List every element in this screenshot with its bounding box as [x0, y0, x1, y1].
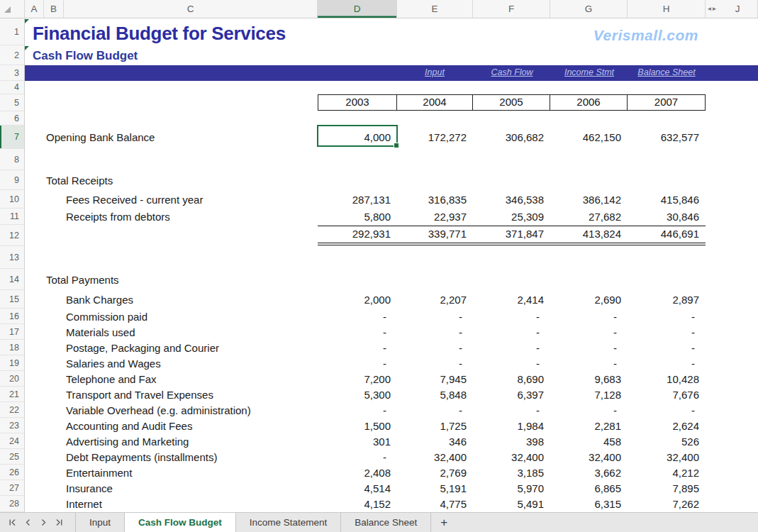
- row-header-14[interactable]: 14: [0, 269, 24, 290]
- row-header-25[interactable]: 25: [0, 449, 24, 465]
- cell-value[interactable]: 632,577: [628, 131, 706, 143]
- cell-value[interactable]: 2,408: [318, 467, 397, 479]
- last-sheet-button[interactable]: [55, 519, 63, 526]
- section-label-total-payments[interactable]: Total Payments: [46, 274, 119, 286]
- brand-link[interactable]: Verismall.com: [593, 27, 698, 44]
- cell-value[interactable]: -: [473, 311, 550, 323]
- column-header-B[interactable]: B: [44, 0, 64, 18]
- cell-value[interactable]: -: [628, 404, 706, 416]
- row-label[interactable]: Telephone and Fax: [66, 373, 157, 385]
- cell-value[interactable]: 7,128: [550, 389, 628, 401]
- cell-value[interactable]: 5,491: [473, 498, 550, 510]
- cell-value[interactable]: 5,300: [318, 389, 397, 401]
- nav-link-input[interactable]: Input: [425, 65, 445, 81]
- row-header-23[interactable]: 23: [0, 418, 24, 433]
- cell-value[interactable]: 7,895: [628, 482, 706, 494]
- column-header-A[interactable]: A: [25, 0, 44, 18]
- sheet-tab-cash-flow-budget[interactable]: Cash Flow Budget: [125, 513, 236, 532]
- column-header-H[interactable]: H: [628, 0, 706, 18]
- cell-value[interactable]: 32,400: [628, 451, 706, 463]
- first-sheet-button[interactable]: [9, 519, 16, 526]
- cell-value[interactable]: -: [397, 326, 473, 338]
- sheet-tab-income-statement[interactable]: Income Statement: [236, 513, 342, 532]
- row-label[interactable]: Commission paid: [66, 311, 147, 323]
- row-label[interactable]: Fees Received - current year: [66, 194, 203, 206]
- cell-value[interactable]: 2,000: [318, 294, 397, 306]
- receipts-total-value[interactable]: 446,691: [628, 226, 706, 243]
- row-header-11[interactable]: 11: [0, 209, 24, 225]
- row-header-26[interactable]: 26: [0, 465, 24, 480]
- cell-value[interactable]: 4,212: [628, 467, 706, 479]
- cell-value[interactable]: 32,400: [397, 451, 473, 463]
- cell-value[interactable]: 316,835: [397, 194, 473, 206]
- row-header-15[interactable]: 15: [0, 290, 24, 309]
- row-header-18[interactable]: 18: [0, 340, 24, 355]
- cell-value[interactable]: 2,769: [397, 467, 473, 479]
- row-header-2[interactable]: 2: [0, 45, 24, 65]
- cell-value[interactable]: -: [473, 326, 550, 338]
- cell-value[interactable]: 3,662: [550, 467, 628, 479]
- cell-value[interactable]: -: [318, 311, 397, 323]
- nav-link-balance-sheet[interactable]: Balance Sheet: [637, 65, 695, 81]
- cell-value[interactable]: -: [397, 358, 473, 370]
- add-sheet-button[interactable]: +: [431, 513, 457, 532]
- row-header-21[interactable]: 21: [0, 387, 24, 402]
- row-header-19[interactable]: 19: [0, 355, 24, 371]
- row-header-24[interactable]: 24: [0, 433, 24, 449]
- cell-value[interactable]: -: [318, 326, 397, 338]
- year-header-cell[interactable]: 2003: [318, 95, 397, 110]
- cell-value[interactable]: -: [473, 404, 550, 416]
- row-header-5[interactable]: 5: [0, 94, 24, 111]
- cell-value[interactable]: 5,191: [397, 482, 473, 494]
- cell-value[interactable]: 346,538: [473, 194, 550, 206]
- row-label[interactable]: Postage, Packaging and Courier: [66, 342, 219, 354]
- row-header-16[interactable]: 16: [0, 309, 24, 324]
- cell-value[interactable]: 8,690: [473, 373, 550, 385]
- row-header-9[interactable]: 9: [0, 170, 24, 190]
- cell-value[interactable]: 172,272: [397, 131, 473, 143]
- cell-value[interactable]: 1,984: [473, 420, 550, 432]
- receipts-total-value[interactable]: 371,847: [473, 226, 550, 243]
- cell-value[interactable]: 301: [318, 436, 397, 448]
- row-header-22[interactable]: 22: [0, 402, 24, 418]
- cell-value[interactable]: 10,428: [628, 373, 706, 385]
- year-header-cell[interactable]: 2005: [473, 95, 550, 110]
- row-label[interactable]: Materials used: [66, 326, 135, 338]
- row-header-27[interactable]: 27: [0, 480, 24, 496]
- cell-value[interactable]: 526: [628, 436, 706, 448]
- hidden-columns-icon[interactable]: ◄►: [706, 0, 718, 18]
- row-header-28[interactable]: 28: [0, 496, 24, 512]
- row-header-3[interactable]: 3: [0, 65, 24, 81]
- nav-link-cash-flow[interactable]: Cash Flow: [491, 65, 533, 81]
- row-header-17[interactable]: 17: [0, 324, 24, 340]
- cell-value[interactable]: 346: [397, 436, 473, 448]
- cell-value[interactable]: 30,846: [628, 211, 706, 223]
- sheet-tab-balance-sheet[interactable]: Balance Sheet: [341, 513, 431, 532]
- row-header-20[interactable]: 20: [0, 371, 24, 387]
- row-label[interactable]: Salaries and Wages: [66, 358, 161, 370]
- column-header-C[interactable]: C: [64, 0, 318, 18]
- cell-value[interactable]: 7,200: [318, 373, 397, 385]
- cell-value[interactable]: 4,514: [318, 482, 397, 494]
- cell-value[interactable]: -: [550, 358, 628, 370]
- year-header-cell[interactable]: 2006: [550, 95, 628, 110]
- cell-value[interactable]: 386,142: [550, 194, 628, 206]
- cell-value[interactable]: -: [473, 342, 550, 354]
- row-header-8[interactable]: 8: [0, 149, 24, 170]
- cell-value[interactable]: 2,624: [628, 420, 706, 432]
- cell-value[interactable]: 7,945: [397, 373, 473, 385]
- cell-value[interactable]: 2,414: [473, 294, 550, 306]
- cell-value[interactable]: 5,848: [397, 389, 473, 401]
- cell-value[interactable]: -: [550, 326, 628, 338]
- row-header-4[interactable]: 4: [0, 81, 24, 94]
- row-label[interactable]: Debt Repayments (installments): [66, 451, 217, 463]
- year-header-cell[interactable]: 2004: [397, 95, 473, 110]
- cell-value[interactable]: 1,725: [397, 420, 473, 432]
- receipts-total-value[interactable]: 292,931: [318, 226, 397, 243]
- cell-value[interactable]: 3,185: [473, 467, 550, 479]
- cell-value[interactable]: -: [318, 342, 397, 354]
- cell-value[interactable]: 7,676: [628, 389, 706, 401]
- row-label[interactable]: Advertising and Marketing: [66, 436, 189, 448]
- receipts-total-value[interactable]: 339,771: [397, 226, 473, 243]
- select-all-button[interactable]: [0, 0, 25, 18]
